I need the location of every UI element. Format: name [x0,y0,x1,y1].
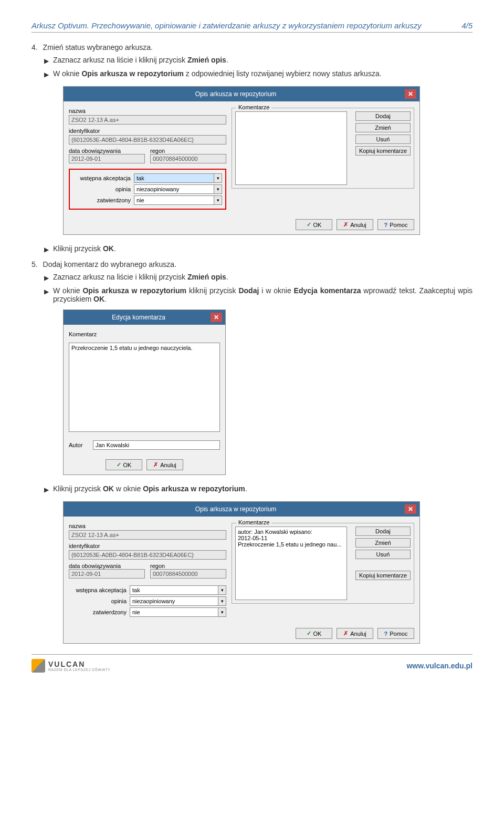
komentarze-fieldset: Komentarze autor: Jan Kowalski wpisano: … [232,523,414,604]
step-5-bullet-3: ▶ Kliknij przycisk OK w oknie Opis arkus… [44,484,472,495]
bullet-icon: ▶ [44,273,49,283]
ok-button[interactable]: ✓OK [296,628,332,639]
close-icon[interactable]: ✕ [405,89,416,99]
step-4-text: Zmień status wybranego arkusza. [43,43,153,51]
step-4: 4. Zmień status wybranego arkusza. [32,43,472,51]
legend-komentarze: Komentarze [236,104,271,110]
combo-wstepna-akceptacja[interactable]: tak ▾ [130,585,226,595]
combo-zatwierdzony[interactable]: nie ▾ [134,195,222,205]
bullet-icon: ▶ [44,484,49,495]
anuluj-button[interactable]: ✗Anuluj [337,219,373,230]
field-nazwa: ZSO2 12-13 A.as+ [69,115,226,125]
label-nazwa: nazwa [69,108,226,114]
field-autor[interactable]: Jan Kowalski [93,440,220,450]
dialog-edycja-komentarza: Edycja komentarza ✕ Komentarz Przekrocze… [63,309,226,475]
label-autor: Autor [69,442,90,448]
field-regon: 00070884500000 [150,154,226,163]
step-5-bullet-1: ▶ Zaznacz arkusz na liście i kliknij prz… [44,273,472,283]
chevron-down-icon[interactable]: ▾ [214,173,222,183]
chevron-down-icon[interactable]: ▾ [218,585,226,595]
label-data: data obowiązywania [69,563,145,569]
bullet-icon: ▶ [44,69,49,80]
label-data: data obowiązywania [69,148,145,154]
page-header: Arkusz Optivum. Przechowywanie, opiniowa… [32,21,472,33]
step-4-bullet-1: ▶ Zaznacz arkusz na liście i kliknij prz… [44,56,472,66]
kopiuj-komentarze-button[interactable]: Kopiuj komentarze [355,571,411,580]
ok-button[interactable]: ✓OK [106,459,142,470]
close-icon[interactable]: ✕ [211,313,222,322]
step-4-bullet-2: ▶ W oknie Opis arkusza w repozytorium z … [44,69,472,80]
page-footer: VULCAN RAZEM DLA LEPSZEJ OŚWIATY www.vul… [32,654,472,673]
combo-opinia[interactable]: niezaopiniowany ▾ [134,184,222,194]
dialog-title: Opis arkusza w repozytorium [67,90,405,98]
titlebar: Opis arkusza w repozytorium ✕ [64,502,419,517]
page-number: 4/5 [461,21,472,30]
dialog-opis-arkusza-2: Opis arkusza w repozytorium ✕ nazwa ZSO2… [63,501,420,644]
komentarz-textarea[interactable]: Przekroczenie 1,5 etatu u jednego nauczy… [69,343,220,432]
label-zatwierdzony: zatwierdzony [69,609,127,615]
field-data: 2012-09-01 [69,154,145,163]
x-icon: ✗ [343,630,348,637]
pomoc-button[interactable]: ?Pomoc [377,219,414,230]
label-nazwa: nazwa [69,523,226,529]
label-id: identyfikator [69,543,226,549]
step-5-num: 5. [32,260,38,269]
field-id: {6012053E-A0BD-4804-B81B-6323D4EA06EC} [69,550,226,560]
combo-opinia[interactable]: niezaopiniowany ▾ [130,596,226,606]
label-regon: regon [150,563,226,569]
label-komentarz: Komentarz [69,331,220,337]
pomoc-button[interactable]: ?Pomoc [377,628,414,639]
dodaj-button[interactable]: Dodaj [355,527,411,536]
bullet-icon: ▶ [44,286,49,297]
chevron-down-icon[interactable]: ▾ [218,607,226,617]
titlebar: Edycja komentarza ✕ [64,310,225,325]
step-4-bullet-3: ▶ Kliknij przycisk OK. [44,244,472,255]
check-icon: ✓ [307,221,311,228]
bullet-icon: ▶ [44,244,49,255]
field-data: 2012-09-01 [69,569,145,579]
close-icon[interactable]: ✕ [405,504,416,514]
check-icon: ✓ [117,461,121,468]
bullet-icon: ▶ [44,56,49,66]
chevron-down-icon[interactable]: ▾ [214,184,222,194]
komentarze-listbox[interactable]: autor: Jan Kowalski wpisano: 2012-05-11 … [235,527,347,600]
label-opinia: opinia [69,598,127,604]
field-nazwa: ZSO2 12-13 A.as+ [69,530,226,540]
comment-line: autor: Jan Kowalski wpisano: [238,529,344,535]
question-icon: ? [384,222,388,228]
dialog-opis-arkusza-1: Opis arkusza w repozytorium ✕ nazwa ZSO2… [63,86,420,235]
combo-wstepna-akceptacja[interactable]: tak ▾ [134,173,222,183]
chevron-down-icon[interactable]: ▾ [218,596,226,606]
step-5: 5. Dodaj komentarz do wybranego arkusza. [32,260,472,269]
comment-line: 2012-05-11 [238,535,344,541]
question-icon: ? [384,631,388,637]
komentarze-listbox[interactable] [235,111,347,185]
brand-tagline: RAZEM DLA LEPSZEJ OŚWIATY [48,668,110,672]
header-title: Arkusz Optivum. Przechowywanie, opiniowa… [32,21,461,30]
label-regon: regon [150,148,226,154]
dodaj-button[interactable]: Dodaj [355,111,411,121]
kopiuj-komentarze-button[interactable]: Kopiuj komentarze [355,146,411,156]
combo-zatwierdzony[interactable]: nie ▾ [130,607,226,617]
komentarze-fieldset: Komentarze Dodaj Zmień Usuń Kopiuj komen… [232,108,414,189]
anuluj-button[interactable]: ✗Anuluj [146,459,183,470]
zmien-button[interactable]: Zmień [355,123,411,132]
anuluj-button[interactable]: ✗Anuluj [337,628,373,639]
legend-komentarze: Komentarze [236,519,271,525]
usun-button[interactable]: Usuń [355,135,411,144]
chevron-down-icon[interactable]: ▾ [214,195,222,205]
label-opinia: opinia [73,186,131,192]
label-zatwierdzony: zatwierdzony [73,197,131,203]
vulcan-logo: VULCAN RAZEM DLA LEPSZEJ OŚWIATY [32,659,110,673]
step-4-num: 4. [32,43,38,51]
x-icon: ✗ [343,221,348,228]
status-highlight-box: wstępna akceptacja tak ▾ opinia niezaopi… [69,169,226,210]
step-5-text: Dodaj komentarz do wybranego arkusza. [43,260,176,269]
step-5-bullet-2: ▶ W oknie Opis arkusza w repozytorium kl… [44,286,472,303]
zmien-button[interactable]: Zmień [355,538,411,548]
brand-name: VULCAN [48,660,110,668]
ok-button[interactable]: ✓OK [296,219,332,230]
logo-icon [32,659,45,673]
label-wstepna-akceptacja: wstępna akceptacja [73,175,131,181]
usun-button[interactable]: Usuń [355,550,411,559]
